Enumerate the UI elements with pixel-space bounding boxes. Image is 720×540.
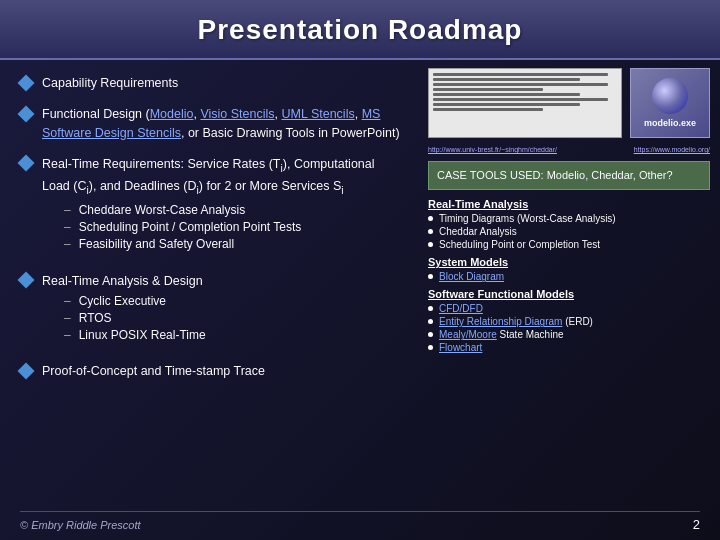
title-bar: Presentation Roadmap [0, 0, 720, 60]
cheddar-url[interactable]: http://www.univ-brest.fr/~singhm/cheddar… [428, 146, 557, 153]
bullet-rta-design: Real-Time Analysis & Design – Cyclic Exe… [20, 271, 404, 351]
scr-line [433, 98, 608, 101]
realtime-req-subs: – Cheddare Worst-Case Analysis – Schedul… [64, 203, 404, 251]
case-tools-box: CASE TOOLS USED: Modelio, Cheddar, Other… [428, 161, 710, 190]
system-models-section: System Models Block Diagram [428, 256, 710, 282]
footer-divider [20, 511, 700, 512]
bullet-proof: Proof-of-Concept and Time-stamp Trace [20, 362, 404, 381]
sec-bullet-icon [428, 274, 433, 279]
modelio-logo-box: modelio.exe [630, 68, 710, 138]
mealy-text: Mealy/Moore State Machine [439, 329, 564, 340]
diamond-icon [18, 271, 35, 288]
rta-section-title: Real-Time Analysis [428, 198, 710, 210]
screenshot-content [429, 69, 621, 117]
scr-line [433, 73, 608, 76]
modelio-sphere-icon [652, 78, 688, 114]
rta-bullet-icon [428, 242, 433, 247]
rta-section: Real-Time Analysis Timing Diagrams (Wors… [428, 198, 710, 250]
page-number: 2 [693, 517, 700, 532]
url-bar: http://www.univ-brest.fr/~singhm/cheddar… [428, 146, 710, 153]
rta-bullet-icon [428, 216, 433, 221]
cheddar-screenshot [428, 68, 622, 138]
scr-line [433, 93, 580, 96]
software-item-2: Entity Relationship Diagram (ERD) [428, 316, 710, 327]
software-item-4: Flowchart [428, 342, 710, 353]
slide-title: Presentation Roadmap [20, 14, 700, 46]
diamond-icon [18, 155, 35, 172]
scr-line [433, 83, 608, 86]
sub-bullet-cyclic: – Cyclic Executive [64, 294, 206, 308]
rta-design-text: Real-Time Analysis & Design [42, 274, 203, 288]
modelio-exe-label: modelio.exe [644, 118, 696, 128]
scr-line [433, 108, 543, 111]
sec-bullet-icon [428, 306, 433, 311]
erd-text: Entity Relationship Diagram (ERD) [439, 316, 593, 327]
sub-bullet-rtos: – RTOS [64, 311, 206, 325]
rta-item-1: Timing Diagrams (Worst-Case Analysis) [428, 213, 710, 224]
scr-line [433, 103, 580, 106]
diamond-icon [18, 105, 35, 122]
sub-bullet-2: – Scheduling Point / Completion Point Te… [64, 220, 404, 234]
rta-bullet-icon [428, 229, 433, 234]
sec-bullet-icon [428, 319, 433, 324]
block-diagram-link[interactable]: Block Diagram [439, 271, 504, 282]
sub-bullet-1: – Cheddare Worst-Case Analysis [64, 203, 404, 217]
rta-item-3: Scheduling Point or Completion Test [428, 239, 710, 250]
entity-link[interactable]: Entity Relationship Diagram [439, 316, 562, 327]
scr-line [433, 88, 543, 91]
software-functional-title: Software Functional Models [428, 288, 710, 300]
rta-design-subs: – Cyclic Executive – RTOS – Linux POSIX … [64, 294, 206, 342]
bullet-capability: Capability Requirements [20, 74, 404, 93]
bullet-realtime-req: Real-Time Requirements: Service Rates (T… [20, 154, 404, 258]
left-panel: Capability Requirements Functional Desig… [0, 60, 420, 540]
rta-item-2: Cheddar Analysis [428, 226, 710, 237]
case-tools-text: CASE TOOLS USED: Modelio, Cheddar, Other… [437, 169, 673, 181]
cfd-link[interactable]: CFD/DFD [439, 303, 483, 314]
uml-link[interactable]: UML Stencils [282, 107, 355, 121]
visio-link[interactable]: Visio Stencils [200, 107, 274, 121]
mealy-link[interactable]: Mealy/Moore [439, 329, 497, 340]
proof-text: Proof-of-Concept and Time-stamp Trace [42, 362, 265, 381]
top-images-row: modelio.exe [428, 68, 710, 138]
scr-line [433, 78, 580, 81]
system-item-1: Block Diagram [428, 271, 710, 282]
software-item-1: CFD/DFD [428, 303, 710, 314]
capability-text: Capability Requirements [42, 74, 178, 93]
sec-bullet-icon [428, 332, 433, 337]
slide: Presentation Roadmap Capability Requirem… [0, 0, 720, 540]
bullet-functional: Functional Design (Modelio, Visio Stenci… [20, 105, 404, 143]
footer: © Embry Riddle Prescott 2 [0, 517, 720, 532]
software-item-3: Mealy/Moore State Machine [428, 329, 710, 340]
diamond-icon [18, 363, 35, 380]
software-functional-section: Software Functional Models CFD/DFD Entit… [428, 288, 710, 353]
flowchart-link[interactable]: Flowchart [439, 342, 482, 353]
right-panel: modelio.exe http://www.univ-brest.fr/~si… [420, 60, 720, 540]
copyright-text: © Embry Riddle Prescott [20, 519, 141, 531]
sec-bullet-icon [428, 345, 433, 350]
diamond-icon [18, 75, 35, 92]
functional-text: Functional Design (Modelio, Visio Stenci… [42, 105, 404, 143]
sub-bullet-3: – Feasibility and Safety Overall [64, 237, 404, 251]
realtime-req-text: Real-Time Requirements: Service Rates (T… [42, 157, 375, 193]
modelio-link[interactable]: Modelio [150, 107, 194, 121]
sub-bullet-linux: – Linux POSIX Real-Time [64, 328, 206, 342]
system-models-title: System Models [428, 256, 710, 268]
modelio-url[interactable]: https://www.modelio.org/ [634, 146, 710, 153]
content-area: Capability Requirements Functional Desig… [0, 60, 720, 540]
